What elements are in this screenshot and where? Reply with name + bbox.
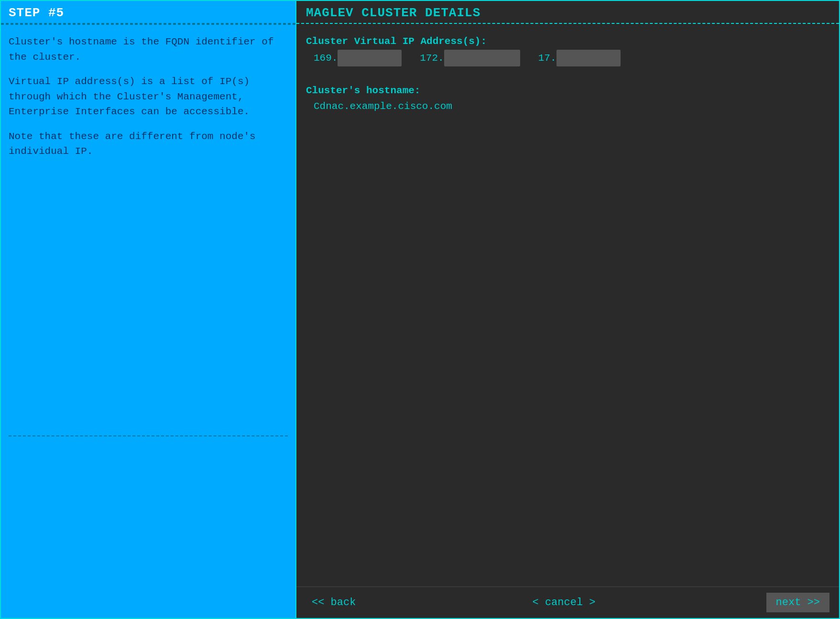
left-footer bbox=[1, 436, 295, 618]
vip-values: 169. 172. 17. bbox=[306, 53, 621, 64]
vip-prefix-3: 17. bbox=[538, 53, 556, 64]
vip-redacted-2 bbox=[444, 50, 520, 67]
right-content: Cluster Virtual IP Address(s): 169. 172.… bbox=[296, 24, 839, 586]
right-panel: MAGLEV CLUSTER DETAILS Cluster Virtual I… bbox=[296, 0, 840, 619]
vip-redacted-1 bbox=[338, 50, 402, 67]
left-panel: STEP #5 Cluster's hostname is the FQDN i… bbox=[0, 0, 296, 619]
step-title: STEP #5 bbox=[9, 6, 64, 20]
vip-label: Cluster Virtual IP Address(s): bbox=[306, 36, 487, 47]
description-1: Cluster's hostname is the FQDN identifie… bbox=[9, 34, 288, 65]
hostname-label: Cluster's hostname: bbox=[306, 85, 420, 96]
vip-field: Cluster Virtual IP Address(s): 169. 172.… bbox=[306, 33, 829, 66]
right-footer: << back < cancel > next >> bbox=[296, 586, 839, 618]
description-2: Virtual IP address(s) is a list of IP(s)… bbox=[9, 74, 288, 119]
hostname-field: Cluster's hostname: Cdnac.example.cisco.… bbox=[306, 83, 829, 115]
step-header: STEP #5 bbox=[1, 1, 295, 24]
maglev-title: MAGLEV CLUSTER DETAILS bbox=[306, 6, 480, 20]
vip-prefix-2: 172. bbox=[420, 53, 444, 64]
back-button[interactable]: << back bbox=[306, 594, 361, 611]
cancel-button[interactable]: < cancel > bbox=[526, 594, 601, 611]
vip-prefix-1: 169. bbox=[314, 53, 338, 64]
description-3: Note that these are different from node'… bbox=[9, 129, 288, 159]
vip-redacted-3 bbox=[556, 50, 621, 67]
right-header: MAGLEV CLUSTER DETAILS bbox=[296, 1, 839, 24]
hostname-value: Cdnac.example.cisco.com bbox=[306, 101, 452, 112]
left-content: Cluster's hostname is the FQDN identifie… bbox=[1, 25, 295, 435]
next-button[interactable]: next >> bbox=[766, 593, 829, 612]
